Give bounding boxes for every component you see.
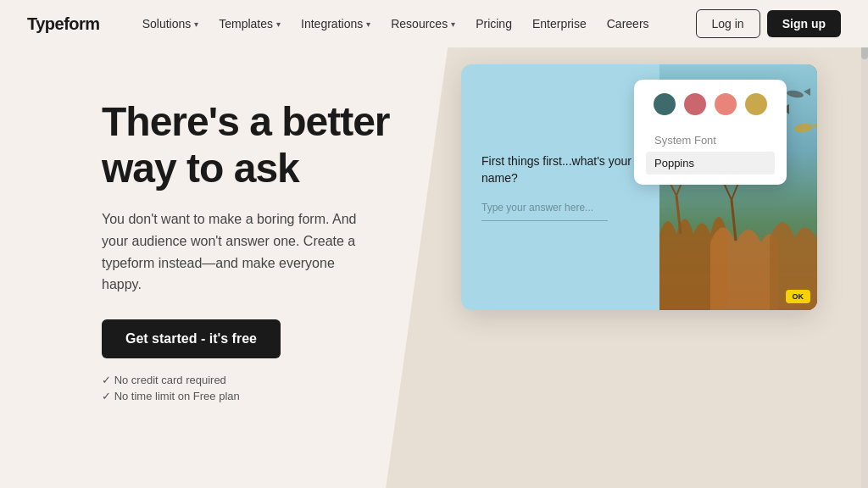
preview-badge: OK <box>786 290 811 303</box>
preview-input-line <box>481 220 608 221</box>
color-swatch-gold[interactable] <box>745 93 767 115</box>
brand-logo[interactable]: Typeform <box>27 14 100 34</box>
nav-enterprise-label: Enterprise <box>532 17 587 30</box>
nav-templates-label: Templates <box>219 17 273 30</box>
hero-section: There's a better way to ask You don't wa… <box>0 47 868 488</box>
font-option-system[interactable]: System Font <box>646 129 775 152</box>
nav-careers-label: Careers <box>607 17 649 30</box>
color-swatch-coral[interactable] <box>715 93 737 115</box>
chevron-down-icon: ▾ <box>451 19 455 29</box>
hero-subtitle: You don't want to make a boring form. An… <box>102 208 373 295</box>
nav-pricing-label: Pricing <box>476 17 512 30</box>
chevron-down-icon: ▾ <box>194 19 198 29</box>
hero-text: There's a better way to ask You don't wa… <box>102 81 458 406</box>
chevron-down-icon: ▾ <box>276 19 281 29</box>
nav-enterprise[interactable]: Enterprise <box>524 12 595 36</box>
preview-container: System Font Poppins First things first..… <box>461 64 817 310</box>
preview-input-placeholder[interactable]: Type your answer here... <box>481 202 639 214</box>
cta-button[interactable]: Get started - it's free <box>102 319 281 358</box>
nav-pricing[interactable]: Pricing <box>467 12 520 36</box>
signup-button[interactable]: Sign up <box>767 10 841 37</box>
color-swatch-rose[interactable] <box>684 93 706 115</box>
preview-question: First things first...what's your name? <box>481 153 639 186</box>
nav-careers[interactable]: Careers <box>598 12 658 36</box>
nav-resources-label: Resources <box>391 17 448 30</box>
hero-title: There's a better way to ask <box>102 98 458 191</box>
nav-solutions-label: Solutions <box>142 17 192 30</box>
login-button[interactable]: Log in <box>696 9 760 38</box>
chevron-down-icon: ▾ <box>366 19 370 29</box>
font-option-poppins[interactable]: Poppins <box>646 152 775 175</box>
hero-checklist: No credit card required No time limit on… <box>102 374 458 402</box>
nav-solutions[interactable]: Solutions ▾ <box>134 12 208 36</box>
scrollbar[interactable] <box>861 0 868 488</box>
checklist-item-1: No credit card required <box>102 374 458 386</box>
color-swatches <box>646 90 775 119</box>
nav-integrations-label: Integrations <box>301 17 363 30</box>
color-swatch-teal[interactable] <box>654 93 676 115</box>
nav-actions: Log in Sign up <box>696 9 841 38</box>
picker-popup: System Font Poppins <box>634 80 787 185</box>
nav-templates[interactable]: Templates ▾ <box>210 12 289 36</box>
nav-links: Solutions ▾ Templates ▾ Integrations ▾ R… <box>134 12 696 36</box>
preview-left-panel: First things first...what's your name? T… <box>461 64 659 310</box>
checklist-item-2: No time limit on Free plan <box>102 390 458 402</box>
nav-integrations[interactable]: Integrations ▾ <box>292 12 379 36</box>
navbar: Typeform Solutions ▾ Templates ▾ Integra… <box>0 0 868 47</box>
nav-resources[interactable]: Resources ▾ <box>382 12 464 36</box>
